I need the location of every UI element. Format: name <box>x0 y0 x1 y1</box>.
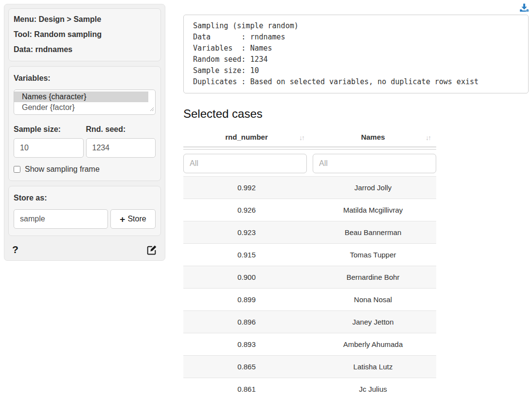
selected-cases-heading: Selected cases <box>183 107 529 121</box>
tool-name: Tool: Random sampling <box>14 31 156 38</box>
store-as-input[interactable] <box>14 209 108 229</box>
dataset-name: Data: rndnames <box>14 46 156 54</box>
help-icon[interactable]: ? <box>12 244 18 255</box>
cell-rnd-number: 0.893 <box>183 340 310 348</box>
cell-name: Amberly Ahumada <box>310 340 436 348</box>
selected-cases-table: rnd_number ↓↑ Names ↓↑ 0.992Jarrod Jolly… <box>183 129 436 400</box>
show-sampling-frame-label[interactable]: Show sampling frame <box>25 165 100 174</box>
store-button[interactable]: + Store <box>110 209 156 229</box>
cell-name: Nona Nosal <box>310 295 436 304</box>
rnd-seed-label: Rnd. seed: <box>86 125 156 134</box>
table-header-row: rnd_number ↓↑ Names ↓↑ <box>183 129 436 146</box>
store-as-label: Store as: <box>14 193 156 203</box>
show-sampling-frame-checkbox[interactable] <box>14 166 20 173</box>
sort-icon[interactable]: ↓↑ <box>426 133 430 143</box>
sample-size-label: Sample size: <box>14 125 84 134</box>
cell-rnd-number: 0.926 <box>183 206 310 214</box>
cell-name: Janey Jetton <box>310 318 436 326</box>
listbox-option[interactable]: Names {character} <box>14 91 148 102</box>
variables-label: Variables: <box>14 73 156 83</box>
sort-icon[interactable]: ↓↑ <box>299 133 304 143</box>
controls-panel: Variables: Names {character}Gender {fact… <box>8 66 161 181</box>
cell-name: Tomas Tupper <box>310 251 436 259</box>
table-row: 0.923Beau Bannerman <box>183 221 436 244</box>
column-header-rnd-number[interactable]: rnd_number ↓↑ <box>183 132 310 142</box>
cell-rnd-number: 0.865 <box>183 363 310 371</box>
column-header-names[interactable]: Names ↓↑ <box>310 132 436 142</box>
table-row: 0.992Jarrod Jolly <box>183 177 436 199</box>
listbox-option[interactable]: Gender {factor} <box>14 102 155 113</box>
cell-name: Jc Julius <box>310 385 436 393</box>
cell-rnd-number: 0.861 <box>183 385 310 393</box>
table-row: 0.926Matilda Mcgillivray <box>183 199 436 221</box>
filter-input-names[interactable] <box>313 154 436 173</box>
table-row: 0.899Nona Nosal <box>183 289 436 311</box>
menu-breadcrumb: Menu: Design > Sample <box>14 16 156 23</box>
cell-rnd-number: 0.896 <box>183 318 310 326</box>
column-header-label: rnd_number <box>225 133 268 141</box>
table-row: 0.915Tomas Tupper <box>183 244 436 266</box>
store-button-label: Store <box>127 215 146 223</box>
cell-name: Matilda Mcgillivray <box>310 206 436 214</box>
plus-icon: + <box>120 215 125 224</box>
store-panel: Store as: + Store <box>8 186 161 236</box>
table-row: 0.900Bernardine Bohr <box>183 266 436 289</box>
cell-rnd-number: 0.900 <box>183 273 310 281</box>
toolbar <box>183 0 529 15</box>
sidebar: Menu: Design > Sample Tool: Random sampl… <box>4 4 165 261</box>
table-row: 0.896Janey Jetton <box>183 311 436 333</box>
header-divider <box>183 146 436 150</box>
resize-handle-icon[interactable] <box>150 105 154 113</box>
info-panel: Menu: Design > Sample Tool: Random sampl… <box>8 8 161 61</box>
sampling-summary: Sampling (simple random) Data : rndnames… <box>183 15 529 93</box>
cell-name: Latisha Lutz <box>310 363 436 371</box>
download-icon[interactable] <box>519 3 529 13</box>
sidebar-footer: ? <box>8 241 161 256</box>
main-output: Sampling (simple random) Data : rndnames… <box>183 0 529 400</box>
table-row: 0.861Jc Julius <box>183 378 436 400</box>
cell-name: Bernardine Bohr <box>310 273 436 281</box>
sample-size-input[interactable] <box>14 138 84 158</box>
column-header-label: Names <box>361 133 385 141</box>
cell-rnd-number: 0.923 <box>183 228 310 236</box>
table-row: 0.865Latisha Lutz <box>183 356 436 378</box>
table-row: 0.893Amberly Ahumada <box>183 333 436 356</box>
cell-rnd-number: 0.899 <box>183 295 310 304</box>
rnd-seed-input[interactable] <box>86 138 156 158</box>
table-filter-row <box>183 150 436 176</box>
cell-name: Jarrod Jolly <box>310 183 436 192</box>
filter-input-rnd-number[interactable] <box>183 154 307 173</box>
cell-name: Beau Bannerman <box>310 228 436 236</box>
variables-listbox[interactable]: Names {character}Gender {factor} <box>14 90 156 115</box>
edit-icon[interactable] <box>147 245 157 255</box>
table-body: 0.992Jarrod Jolly0.926Matilda Mcgillivra… <box>183 176 436 400</box>
cell-rnd-number: 0.992 <box>183 183 310 192</box>
cell-rnd-number: 0.915 <box>183 251 310 259</box>
